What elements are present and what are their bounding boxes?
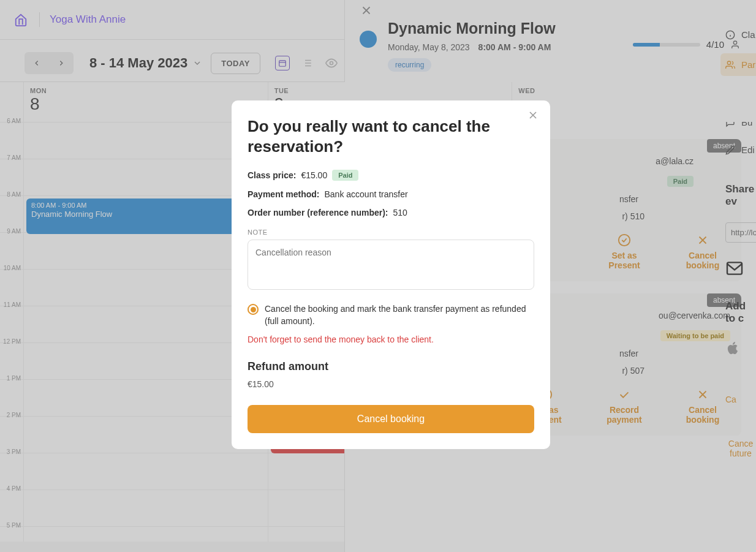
order-number-value: 510 bbox=[393, 208, 407, 217]
cancellation-reason-input[interactable] bbox=[248, 240, 534, 290]
refund-amount-value: €15.00 bbox=[248, 379, 534, 389]
payment-method-label: Payment method: bbox=[248, 189, 319, 199]
price-value: €15.00 bbox=[301, 170, 327, 180]
price-label: Class price: bbox=[248, 170, 296, 180]
modal-close-button[interactable] bbox=[527, 109, 539, 124]
order-number-label: Order number (reference number): bbox=[248, 208, 388, 217]
refund-amount-heading: Refund amount bbox=[248, 360, 534, 373]
paid-badge: Paid bbox=[332, 170, 358, 181]
cancel-booking-submit-button[interactable]: Cancel booking bbox=[248, 405, 534, 433]
cancel-reservation-modal: Do you really want to cancel the reserva… bbox=[232, 100, 550, 449]
radio-label: Cancel the booking and mark the bank tra… bbox=[265, 303, 534, 327]
refund-radio-option[interactable]: Cancel the booking and mark the bank tra… bbox=[248, 303, 534, 327]
refund-warning: Don't forget to send the money back to t… bbox=[248, 335, 534, 344]
modal-title: Do you really want to cancel the reserva… bbox=[248, 116, 534, 156]
note-label: NOTE bbox=[248, 229, 534, 236]
payment-method-value: Bank account transfer bbox=[324, 189, 407, 199]
radio-icon bbox=[248, 304, 259, 315]
